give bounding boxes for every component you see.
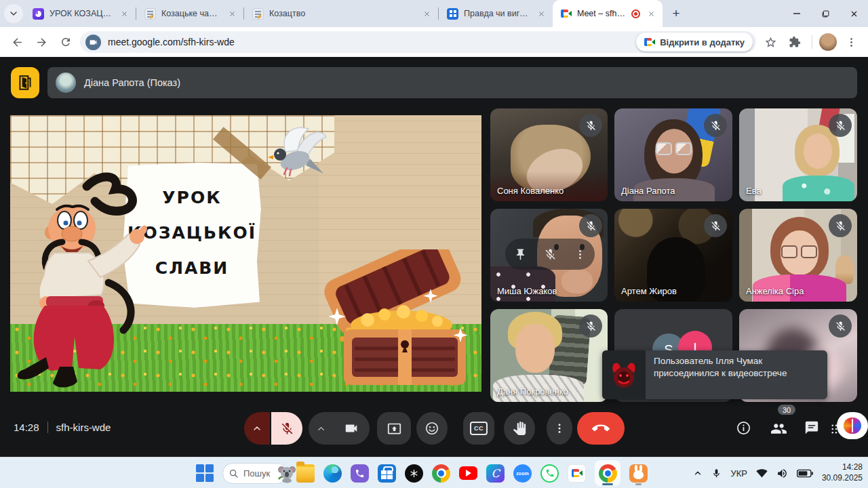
extensions-icon[interactable] [785,32,805,52]
mic-off-icon [835,220,846,232]
whatsapp-icon[interactable] [540,464,559,483]
captions-button[interactable]: CC [463,412,494,445]
participant-tile-artem[interactable]: Артем Жиров [614,209,732,302]
meeting-code: sfh-kirs-wde [56,422,111,433]
chrome-icon[interactable] [432,464,450,483]
address-bar[interactable]: meet.google.com/sfh-kirs-wde Відкрити в … [80,31,756,53]
camera-icon [344,421,359,436]
google-meet-icon[interactable] [568,464,586,483]
hidden-icons-chevron[interactable] [693,468,703,478]
presenter-name: Діана Рапота (Показ) [84,77,180,88]
language-indicator[interactable]: УКР [730,468,747,479]
participant-name: Даня Покровенко [497,386,568,396]
mic-off-icon [835,120,846,131]
pin-icon[interactable] [514,248,527,261]
presenter-banner[interactable]: Діана Рапота (Показ) [47,67,857,98]
chat-panel-button[interactable] [804,420,819,435]
participant-tile-diana[interactable]: Діана Рапота [614,108,732,201]
participant-tile-misha[interactable]: Миша Южаков [490,209,608,302]
window-restore-button[interactable] [811,0,840,27]
mic-toggle-button[interactable] [271,412,302,445]
chrome-active-icon[interactable] [595,460,620,486]
more-options-button[interactable] [547,412,572,445]
window-close-button[interactable] [840,0,868,27]
clock-date: 30.09.2025 [822,473,863,484]
end-call-button[interactable] [577,412,625,445]
open-app-indicator [635,483,642,485]
clock-time: 14:28 [822,462,863,473]
meet-logo-icon [572,468,583,479]
tab-form-kozatstvo[interactable]: Козацтво [244,0,438,27]
tab-wordwall-pravda[interactable]: Правда чи вигадка про [439,0,553,27]
battery-icon[interactable] [797,469,813,478]
profile-avatar[interactable] [819,33,837,51]
file-explorer-icon[interactable] [296,464,315,483]
start-button[interactable] [196,464,214,482]
taskbar-icons: Пошук C [196,458,648,488]
tab-meet-active[interactable]: Meet – sfh-kirs-wde [553,0,663,27]
new-tab-button[interactable]: + [667,4,686,23]
video-content [561,269,593,293]
zoom-icon[interactable]: zoom [513,464,532,483]
tab-close-icon[interactable] [421,8,433,20]
forward-button[interactable] [31,32,52,52]
reload-button[interactable] [56,32,76,52]
glasses [656,142,692,155]
meeting-details-button[interactable] [736,420,751,436]
tab-close-icon[interactable] [226,8,238,20]
present-icon [387,422,401,436]
screen: УРОК КОЗАЦЬКОЇ СЛАВ Козацьке частування … [0,0,868,488]
chevron-up-icon [252,423,262,434]
chatgpt-icon[interactable] [405,464,423,483]
bookmark-star-icon[interactable] [760,32,781,52]
tab-close-icon[interactable] [646,8,657,20]
pigeon-illustration [260,123,328,188]
meet-favicon [561,8,572,19]
participant-tile-anzhelika[interactable]: Анжеліка Сіра [739,209,857,302]
tile-menu-icon[interactable] [574,249,586,260]
tab-search-button[interactable] [4,4,23,23]
raise-hand-button[interactable] [504,412,535,445]
mic-off-icon [835,321,846,332]
participant-tile-eva[interactable]: Ева [739,108,857,201]
taskbar-clock[interactable]: 14:28 30.09.2025 [822,462,863,483]
rabbit-app-icon[interactable] [629,464,648,483]
participant-tile-danya[interactable]: Даня Покровенко [490,309,608,402]
back-button[interactable] [7,32,27,52]
microsoft-store-icon[interactable] [378,464,396,483]
camera-toggle-button[interactable] [333,421,370,436]
youtube-icon[interactable] [459,466,477,480]
edge-browser-icon[interactable] [323,464,342,483]
participant-tile-sonya[interactable]: Соня Коваленко [490,108,608,201]
reactions-button[interactable] [416,412,448,445]
toast-message: Пользователь Ілля Чумак присоединился к … [646,350,827,399]
mic-options-button[interactable] [244,412,270,445]
wifi-icon[interactable] [756,468,768,479]
camera-options-button[interactable] [309,424,333,434]
koala-image[interactable] [276,463,296,485]
people-panel-button[interactable] [770,420,787,437]
participant-name: Артем Жиров [621,286,677,296]
volume-icon[interactable] [776,468,788,479]
taskbar-search[interactable]: Пошук [222,463,288,484]
active-app-indicator [602,483,613,485]
extension-overlay-button[interactable] [837,412,868,439]
tab-close-icon[interactable] [119,8,130,20]
browser-menu-icon[interactable] [841,32,861,52]
tray-mic-icon[interactable] [711,468,722,479]
mic-muted-badge [579,114,602,137]
activity-favicon [33,8,44,20]
glasses [781,245,817,258]
tab-title: Meet – sfh-kirs-wde [577,9,626,18]
canva-letter: C [491,467,499,480]
tab-close-icon[interactable] [536,8,547,20]
window-minimize-button[interactable] [783,0,811,27]
tab-wordwall-urok[interactable]: УРОК КОЗАЦЬКОЇ СЛАВ [24,0,136,27]
present-screen-button[interactable] [377,412,411,445]
video-content [515,324,555,373]
viber-icon[interactable] [351,464,369,483]
open-in-app-button[interactable]: Відкрити в додатку [636,33,753,52]
door-extension-button[interactable] [11,67,39,98]
canva-icon[interactable]: C [486,464,505,483]
tab-form-chastuvannia[interactable]: Козацьке частування [136,0,243,27]
